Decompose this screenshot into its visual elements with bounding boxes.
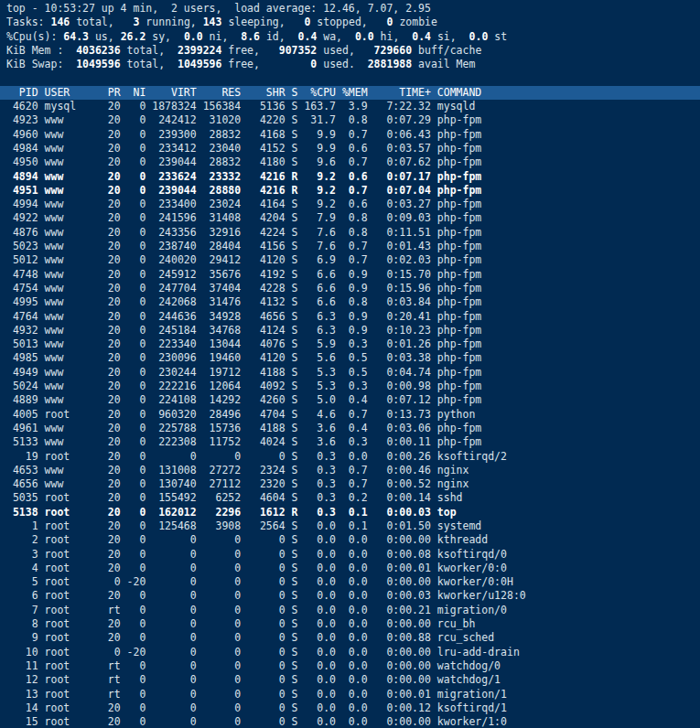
process-row-5035-sshd: 5035 root 20 0 155492 6252 4604 S 0.3 0.… — [0, 491, 700, 505]
process-row-4748-php-fpm: 4748 www 20 0 245912 35676 4192 S 6.6 0.… — [0, 268, 700, 282]
process-row-4923-php-fpm: 4923 www 20 0 242412 31020 4220 S 31.7 0… — [0, 113, 700, 127]
summary-label: zombie — [393, 16, 436, 28]
summary-value: 8.6 — [241, 30, 260, 43]
summary-label: %Cpu(s): — [6, 30, 63, 43]
process-row-5024-php-fpm: 5024 www 20 0 222216 12064 4092 S 5.3 0.… — [0, 380, 700, 393]
process-row-4950-php-fpm: 4950 www 20 0 239044 28832 4180 S 9.6 0.… — [0, 155, 700, 169]
summary-label: us, — [89, 30, 121, 43]
process-row-10-lru-add-drain: 10 root 0 -20 0 0 0 S 0.0 0.0 0:00.00 lr… — [0, 646, 700, 659]
summary-value: 26.2 — [121, 30, 146, 43]
process-row-15-kworker/1:0: 15 root 20 0 0 0 0 S 0.0 0.0 0:00.00 kwo… — [0, 715, 700, 728]
summary-label: sleeping, — [221, 16, 304, 28]
top-terminal-screen[interactable]: top - 10:53:27 up 4 min, 2 users, load a… — [0, 0, 700, 728]
summary-value: 2399224 — [178, 44, 221, 57]
summary-value: 1049596 — [76, 58, 120, 70]
summary-label: free, — [221, 44, 278, 57]
process-row-8-rcu_bh: 8 root 20 0 0 0 0 S 0.0 0.0 0:00.00 rcu_… — [0, 617, 700, 631]
summary-label: id, — [260, 30, 298, 43]
process-row-4656-nginx: 4656 www 20 0 130740 27112 2320 S 0.3 0.… — [0, 477, 700, 491]
summary-tasks-line: Tasks: 146 total, 3 running, 143 sleepin… — [0, 16, 700, 29]
summary-label: used, — [317, 44, 373, 57]
process-row-5012-php-fpm: 5012 www 20 0 240020 29412 4120 S 6.9 0.… — [0, 253, 700, 267]
process-row-4994-php-fpm: 4994 www 20 0 233400 23024 4164 S 9.2 0.… — [0, 198, 700, 211]
process-row-5023-php-fpm: 5023 www 20 0 238740 28404 4156 S 7.6 0.… — [0, 240, 700, 253]
process-row-4951-php-fpm: 4951 www 20 0 239044 28880 4216 R 9.2 0.… — [0, 184, 700, 198]
summary-value: 0.0 — [184, 30, 203, 43]
summary-cpu-line: %Cpu(s): 64.3 us, 26.2 sy, 0.0 ni, 8.6 i… — [0, 30, 700, 44]
summary-area: top - 10:53:27 up 4 min, 2 users, load a… — [0, 2, 700, 71]
summary-label: free, — [221, 58, 310, 70]
process-row-4984-php-fpm: 4984 www 20 0 233412 23040 4152 S 9.9 0.… — [0, 142, 700, 155]
process-row-4889-php-fpm: 4889 www 20 0 224108 14292 4260 S 5.0 0.… — [0, 393, 700, 407]
process-row-5-kworker/0:0H: 5 root 0 -20 0 0 0 S 0.0 0.0 0:00.00 kwo… — [0, 575, 700, 589]
process-row-11-watchdog/0: 11 root rt 0 0 0 0 S 0.0 0.0 0:00.00 wat… — [0, 659, 700, 673]
process-row-7-migration/0: 7 root rt 0 0 0 0 S 0.0 0.0 0:00.21 migr… — [0, 604, 700, 617]
process-row-4005-python: 4005 root 20 0 960320 28496 4704 S 4.6 0… — [0, 408, 700, 422]
process-row-19-ksoftirqd/2: 19 root 20 0 0 0 0 S 0.3 0.0 0:00.26 kso… — [0, 450, 700, 464]
process-row-4961-php-fpm: 4961 www 20 0 225788 15736 4188 S 3.6 0.… — [0, 422, 700, 435]
process-row-6-kworker/u128:0: 6 root 20 0 0 0 0 S 0.0 0.0 0:00.03 kwor… — [0, 589, 700, 603]
process-table-header: PID USER PR NI VIRT RES SHR S %CPU %MEM … — [0, 86, 700, 100]
summary-swap-line: KiB Swap: 1049596 total, 1049596 free, 0… — [0, 58, 700, 71]
process-row-4653-nginx: 4653 www 20 0 131008 27272 2324 S 0.3 0.… — [0, 464, 700, 477]
summary-label: total, — [70, 16, 133, 28]
summary-label: st — [488, 30, 507, 43]
process-row-2-kthreadd: 2 root 20 0 0 0 0 S 0.0 0.0 0:00.00 kthr… — [0, 533, 700, 547]
process-row-4995-php-fpm: 4995 www 20 0 242068 31476 4132 S 6.6 0.… — [0, 295, 700, 309]
process-row-4922-php-fpm: 4922 www 20 0 241596 31408 4204 S 7.9 0.… — [0, 211, 700, 225]
summary-label: used. — [317, 58, 367, 70]
summary-label: Tasks: — [6, 16, 50, 28]
process-row-14-ksoftirqd/1: 14 root 20 0 0 0 0 S 0.0 0.0 0:00.12 kso… — [0, 701, 700, 715]
summary-uptime-line: top - 10:53:27 up 4 min, 2 users, load a… — [0, 2, 700, 16]
summary-label: si, — [431, 30, 469, 43]
summary-label: total, — [121, 44, 178, 57]
summary-label: total, — [121, 58, 178, 70]
summary-label: top - 10:53:27 up 4 min, 2 users, load a… — [6, 2, 431, 15]
summary-label: wa, — [317, 30, 355, 43]
summary-label: sy, — [145, 30, 184, 43]
process-row-1-systemd: 1 root 20 0 125468 3908 2564 S 0.0 0.1 0… — [0, 519, 700, 533]
summary-value: 143 — [203, 16, 222, 28]
process-row-4949-php-fpm: 4949 www 20 0 230244 19712 4188 S 5.3 0.… — [0, 366, 700, 380]
summary-value: 0.0 — [355, 30, 374, 43]
summary-value: 0.0 — [469, 30, 489, 43]
summary-value: 0.4 — [412, 30, 431, 43]
process-row-4-kworker/0:0: 4 root 20 0 0 0 0 S 0.0 0.0 0:00.01 kwor… — [0, 562, 700, 575]
summary-value: 64.3 — [63, 30, 89, 43]
process-row-12-watchdog/1: 12 root rt 0 0 0 0 S 0.0 0.0 0:00.00 wat… — [0, 673, 700, 687]
summary-value: 729660 — [374, 44, 413, 57]
process-row-13-migration/1: 13 root rt 0 0 0 0 S 0.0 0.0 0:00.01 mig… — [0, 688, 700, 701]
process-row-4620-mysqld: 4620 mysql 20 0 1878324 156384 5136 S 16… — [0, 100, 700, 113]
summary-label: avail Mem — [412, 58, 475, 70]
process-row-4754-php-fpm: 4754 www 20 0 247704 37404 4228 S 6.6 0.… — [0, 282, 700, 295]
process-row-3-ksoftirqd/0: 3 root 20 0 0 0 0 S 0.0 0.0 0:00.08 ksof… — [0, 548, 700, 562]
summary-label: KiB Mem : — [6, 44, 76, 57]
summary-value: 146 — [50, 16, 70, 28]
process-table: PID USER PR NI VIRT RES SHR S %CPU %MEM … — [0, 86, 700, 728]
summary-label: ni, — [203, 30, 242, 43]
summary-label: hi, — [374, 30, 413, 43]
summary-value: 0.4 — [298, 30, 318, 43]
process-row-4932-php-fpm: 4932 www 20 0 245184 34768 4124 S 6.3 0.… — [0, 324, 700, 337]
process-row-4960-php-fpm: 4960 www 20 0 239300 28832 4168 S 9.9 0.… — [0, 128, 700, 142]
summary-value: 2881988 — [368, 58, 412, 70]
process-row-5013-php-fpm: 5013 www 20 0 223340 13044 4076 S 5.9 0.… — [0, 337, 700, 351]
summary-value: 907352 — [279, 44, 318, 57]
process-row-5138-top: 5138 root 20 0 162012 2296 1612 R 0.3 0.… — [0, 506, 700, 519]
summary-label: KiB Swap: — [6, 58, 76, 70]
summary-label: stopped, — [310, 16, 386, 28]
process-row-4764-php-fpm: 4764 www 20 0 244636 34928 4656 S 6.3 0.… — [0, 310, 700, 324]
summary-label: running, — [139, 16, 202, 28]
process-row-4985-php-fpm: 4985 www 20 0 230096 19460 4120 S 5.6 0.… — [0, 351, 700, 365]
summary-value: 4036236 — [76, 44, 120, 57]
summary-mem-line: KiB Mem : 4036236 total, 2399224 free, 9… — [0, 44, 700, 58]
blank-line — [0, 71, 700, 85]
process-row-4894-php-fpm: 4894 www 20 0 233624 23332 4216 R 9.2 0.… — [0, 170, 700, 184]
summary-value: 1049596 — [178, 58, 221, 70]
process-row-4876-php-fpm: 4876 www 20 0 243356 32916 4224 S 7.6 0.… — [0, 226, 700, 240]
process-row-5133-php-fpm: 5133 www 20 0 222308 11752 4024 S 3.6 0.… — [0, 435, 700, 449]
process-row-9-rcu_sched: 9 root 20 0 0 0 0 S 0.0 0.0 0:00.88 rcu_… — [0, 631, 700, 645]
summary-label: buff/cache — [412, 44, 481, 57]
